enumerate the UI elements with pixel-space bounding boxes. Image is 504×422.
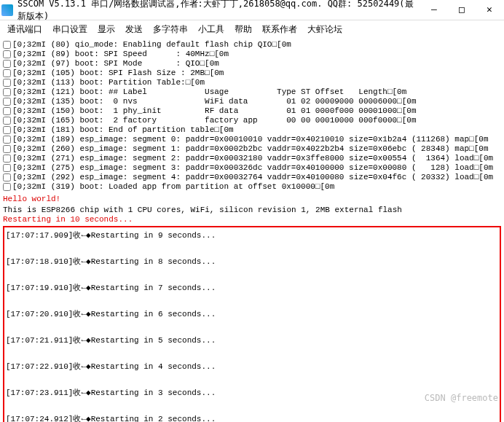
log-line: [0;32mI (105) boot: SPI Flash Size : 2MB… [3,69,501,78]
log-line-checkbox[interactable] [3,155,11,163]
close-button[interactable]: ✕ [476,2,503,18]
log-line: [0;32mI (260) esp_image: segment 1: padd… [3,144,501,154]
restart-head: Restarting in 10 seconds... [0,215,504,226]
menu-tools[interactable]: 小工具 [194,22,229,37]
menu-port[interactable]: 通讯端口 [3,22,47,37]
restart-line: [17:07:20.910]收←◆Restarting in 6 seconds… [6,308,498,321]
log-line-text: [0;32mI (260) esp_image: segment 1: padd… [12,144,489,154]
log-line: [0;32mI (135) boot: 0 nvs WiFi data 01 0… [3,97,501,106]
log-line-text: [0;32mI (121) boot: ## Label Usage Type … [12,87,406,97]
log-line-checkbox[interactable] [3,60,11,68]
menu-serial[interactable]: 串口设置 [48,22,92,37]
menu-contact[interactable]: 联系作者 [258,22,302,37]
log-line-checkbox[interactable] [3,107,11,115]
log-line: [0;32mI (121) boot: ## Label Usage Type … [3,87,501,97]
log-line: [0;32mI (292) esp_image: segment 4: padd… [3,173,501,182]
log-line-checkbox[interactable] [3,88,11,96]
menu-forum[interactable]: 大虾论坛 [303,22,347,37]
log-line-text: [0;32mI (275) esp_image: segment 3: padd… [12,163,493,173]
log-area: [0;32mI (80) qio_mode: Enabling default … [0,39,504,193]
log-line: [0;32mI (181) boot: End of partition tab… [3,125,501,135]
log-line-checkbox[interactable] [3,50,11,58]
log-line-text: [0;32mI (150) boot: 1 phy_init RF data 0… [12,106,417,116]
log-line-checkbox[interactable] [3,69,11,77]
log-line: [0;32mI (113) boot: Partition Table:□[0m [3,78,501,87]
log-line: [0;32mI (150) boot: 1 phy_init RF data 0… [3,106,501,116]
maximize-button[interactable]: □ [449,2,475,18]
restart-line: [17:07:19.910]收←◆Restarting in 7 seconds… [6,281,498,294]
log-line-text: [0;32mI (292) esp_image: segment 4: padd… [12,173,493,182]
log-line-text: [0;32mI (113) boot: Partition Table:□[0m [12,78,205,87]
log-line-text: [0;32mI (271) esp_image: segment 2: padd… [12,154,493,163]
log-line: [0;32mI (165) boot: 2 factory factory ap… [3,116,501,125]
log-line-text: [0;32mI (135) boot: 0 nvs WiFi data 01 0… [12,97,417,106]
minimize-button[interactable]: — [421,2,447,18]
menu-display[interactable]: 显示 [93,22,119,37]
menubar: 通讯端口 串口设置 显示 发送 多字符串 小工具 帮助 联系作者 大虾论坛 [0,20,504,39]
menu-send[interactable]: 发送 [121,22,147,37]
log-line-checkbox[interactable] [3,117,11,125]
menu-multistr[interactable]: 多字符串 [149,22,192,37]
log-line-checkbox[interactable] [3,126,11,134]
log-line-text: [0;32mI (105) boot: SPI Flash Size : 2MB… [12,69,224,78]
log-line-checkbox[interactable] [3,98,11,106]
log-line-checkbox[interactable] [3,183,11,191]
log-line: [0;32mI (275) esp_image: segment 3: padd… [3,163,501,173]
log-line: [0;32mI (80) qio_mode: Enabling default … [3,40,501,50]
restart-line: [17:07:21.911]收←◆Restarting in 5 seconds… [6,334,498,347]
app-icon [1,4,13,16]
log-line: [0;32mI (97) boot: SPI Mode : QIO□[0m [3,59,501,69]
restart-line: [17:07:22.910]收←◆Restarting in 4 seconds… [6,360,498,373]
log-line-checkbox[interactable] [3,164,11,172]
log-line-checkbox[interactable] [3,136,11,144]
log-line-text: [0;32mI (189) esp_image: segment 0: padd… [12,135,489,144]
log-line-text: [0;32mI (319) boot: Loaded app from part… [12,182,334,192]
window-title: SSCOM V5.13.1 串口/网络数据调试器,作者:大虾丁丁,2618058… [17,0,421,23]
log-line-text: [0;32mI (97) boot: SPI Mode : QIO□[0m [12,59,219,69]
titlebar: SSCOM V5.13.1 串口/网络数据调试器,作者:大虾丁丁,2618058… [0,0,504,20]
log-line-checkbox[interactable] [3,41,11,49]
log-line: [0;32mI (271) esp_image: segment 2: padd… [3,154,501,163]
hello-line: Hello world! [0,193,504,206]
chip-info: This is ESP8266 chip with 1 CPU cores, W… [0,206,504,215]
watermark: CSDN @freemote [425,393,498,403]
menu-help[interactable]: 帮助 [230,22,256,37]
log-line-text: [0;32mI (80) qio_mode: Enabling default … [12,40,291,50]
log-line: [0;32mI (189) esp_image: segment 0: padd… [3,135,501,144]
restart-line: [17:07:17.909]收←◆Restarting in 9 seconds… [6,229,498,242]
restart-line: [17:07:24.912]收←◆Restarting in 2 seconds… [6,413,498,422]
log-line-checkbox[interactable] [3,145,11,153]
log-line-checkbox[interactable] [3,173,11,181]
log-line: [0;32mI (319) boot: Loaded app from part… [3,182,501,192]
log-line-text: [0;32mI (181) boot: End of partition tab… [12,125,234,135]
restart-line: [17:07:18.910]收←◆Restarting in 8 seconds… [6,255,498,268]
log-line: [0;32mI (89) boot: SPI Speed : 40MHz□[0m [3,50,501,59]
log-line-text: [0;32mI (89) boot: SPI Speed : 40MHz□[0m [12,50,229,59]
log-line-checkbox[interactable] [3,79,11,87]
log-line-text: [0;32mI (165) boot: 2 factory factory ap… [12,116,417,125]
